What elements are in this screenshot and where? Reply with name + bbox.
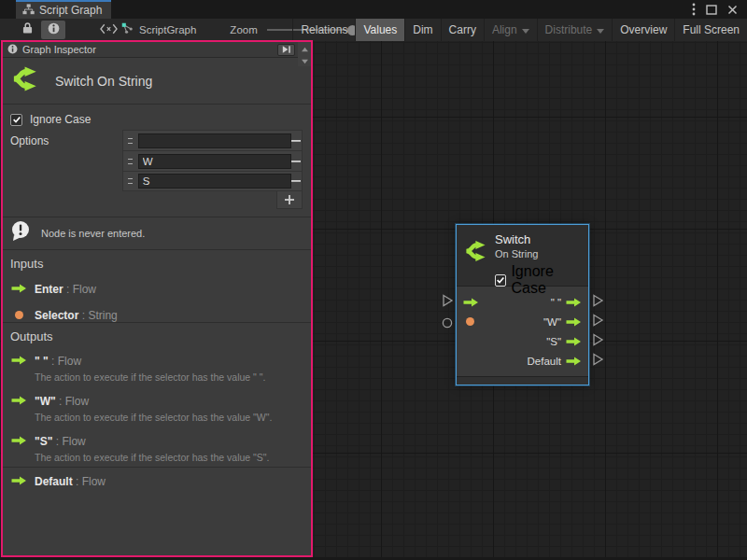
flow-arrow-icon <box>10 396 27 405</box>
port-label: "W" <box>543 316 561 328</box>
node-subtitle: On String <box>495 248 588 259</box>
flow-connector-triangle[interactable] <box>442 294 454 311</box>
value-connector-circle[interactable] <box>442 315 453 332</box>
ignore-case-checkbox[interactable] <box>10 114 22 126</box>
graph-name-label: ScriptGraph <box>139 24 196 35</box>
port-description: The action to execute if the selector ha… <box>35 452 303 464</box>
distribute-dropdown: Distribute <box>537 19 613 41</box>
drag-handle-icon[interactable] <box>128 178 133 184</box>
ignore-case-row: Ignore Case <box>3 113 311 126</box>
info-circle-icon <box>7 44 18 56</box>
inspector-toggle-button[interactable] <box>41 21 65 39</box>
carry-button[interactable]: Carry <box>441 19 484 41</box>
inspector-controls-section: Ignore Case Options <box>3 105 311 217</box>
drag-handle-icon[interactable] <box>128 159 133 164</box>
toolbar-right-group: Relations Values Dim Carry Align Distrib… <box>292 19 747 41</box>
port-name: Enter <box>35 283 63 296</box>
node-title: Switch <box>495 232 588 246</box>
script-graph-icon <box>121 21 134 38</box>
values-button[interactable]: Values <box>355 19 404 41</box>
port-type: String <box>88 309 117 322</box>
node-row-s: "S" <box>457 331 588 351</box>
tab-script-graph[interactable]: Script Graph <box>16 0 111 19</box>
outputs-header: Outputs <box>10 329 303 343</box>
drag-handle-icon[interactable] <box>128 138 133 144</box>
output-port-row: " " : Flow <box>10 352 303 369</box>
dock-icon <box>281 45 291 56</box>
full-screen-button[interactable]: Full Screen <box>674 19 747 41</box>
dock-button[interactable] <box>277 44 295 56</box>
options-list <box>122 130 303 209</box>
colon-separator: : <box>63 283 73 296</box>
inspector-empty-area <box>3 468 311 555</box>
options-label: Options <box>10 134 49 147</box>
flow-arrow-icon <box>10 284 27 293</box>
port-type: Flow <box>65 395 89 408</box>
maximize-icon[interactable] <box>706 5 717 15</box>
dim-button[interactable]: Dim <box>404 19 440 41</box>
port-name: "S" <box>35 435 52 448</box>
remove-option-button[interactable] <box>291 131 302 151</box>
align-dropdown: Align <box>484 19 537 41</box>
remove-option-button[interactable] <box>291 171 302 191</box>
checkbox-checked-icon[interactable] <box>495 274 506 287</box>
flow-output-port[interactable] <box>566 294 582 311</box>
port-label: " " <box>551 297 561 308</box>
script-graph-window: Script Graph <box>0 0 747 560</box>
flow-output-port[interactable] <box>566 333 582 350</box>
flow-connector-triangle[interactable] <box>592 353 604 370</box>
zoom-label: Zoom <box>230 24 257 35</box>
option-value-input[interactable] <box>138 154 291 169</box>
node-header[interactable]: Switch On String Ignore Case <box>457 225 588 287</box>
node-body: " " "W" <box>457 287 588 376</box>
edit-script-button[interactable] <box>92 21 125 39</box>
flow-output-port[interactable] <box>566 353 582 370</box>
inspector-header: Graph Inspector <box>3 42 311 58</box>
add-option-button[interactable] <box>276 191 303 209</box>
value-dot-icon <box>10 311 27 319</box>
flow-arrow-icon <box>10 356 27 365</box>
node-row-selector: "W" <box>457 312 588 331</box>
remove-option-button[interactable] <box>291 151 302 172</box>
flow-connector-triangle[interactable] <box>592 314 604 330</box>
flow-connector-triangle[interactable] <box>592 294 604 311</box>
options-list-footer <box>122 191 303 209</box>
input-port-row: Enter : Flow <box>10 280 303 297</box>
lock-icon <box>22 21 33 38</box>
node-row-default: Default <box>457 351 588 371</box>
port-label: Default <box>528 356 561 367</box>
option-row <box>122 171 303 191</box>
hierarchy-icon <box>22 4 35 18</box>
port-description: The action to execute if the selector ha… <box>35 412 303 424</box>
graph-inspector-panel: Graph Inspector Switch On String <box>1 40 313 557</box>
inspector-title: Graph Inspector <box>22 44 96 55</box>
flow-arrow-icon <box>10 436 27 445</box>
flow-output-port[interactable] <box>566 314 582 330</box>
port-name: Selector <box>35 309 78 322</box>
option-value-input[interactable] <box>138 174 291 189</box>
lock-button[interactable] <box>15 21 39 39</box>
menu-icon[interactable] <box>692 3 696 16</box>
chevron-down-icon <box>597 23 604 36</box>
chevron-down-icon <box>522 23 529 36</box>
switch-on-string-node[interactable]: Switch On String Ignore Case <box>456 224 589 385</box>
port-type: Flow <box>62 435 85 448</box>
close-icon[interactable] <box>727 5 738 15</box>
relations-button[interactable]: Relations <box>292 19 355 41</box>
flow-input-port[interactable] <box>463 294 479 311</box>
titlebar: Script Graph <box>0 0 747 19</box>
port-label: "S" <box>546 336 561 347</box>
option-value-input[interactable] <box>138 133 291 148</box>
warning-text: Node is never entered. <box>41 228 145 239</box>
scroll-down-button[interactable] <box>298 54 311 66</box>
scroll-up-button[interactable] <box>298 42 311 54</box>
inputs-header: Inputs <box>10 257 303 271</box>
graph-toolbar: ScriptGraph Zoom 1x Relations Values Dim… <box>0 19 747 41</box>
tab-label: Script Graph <box>39 4 102 17</box>
inspector-warning: Node is never entered. <box>3 217 311 250</box>
overview-button[interactable]: Overview <box>612 19 674 41</box>
value-input-port[interactable] <box>466 317 474 326</box>
option-row <box>122 150 303 171</box>
flow-connector-triangle[interactable] <box>592 333 604 350</box>
port-type: Flow <box>73 283 96 296</box>
